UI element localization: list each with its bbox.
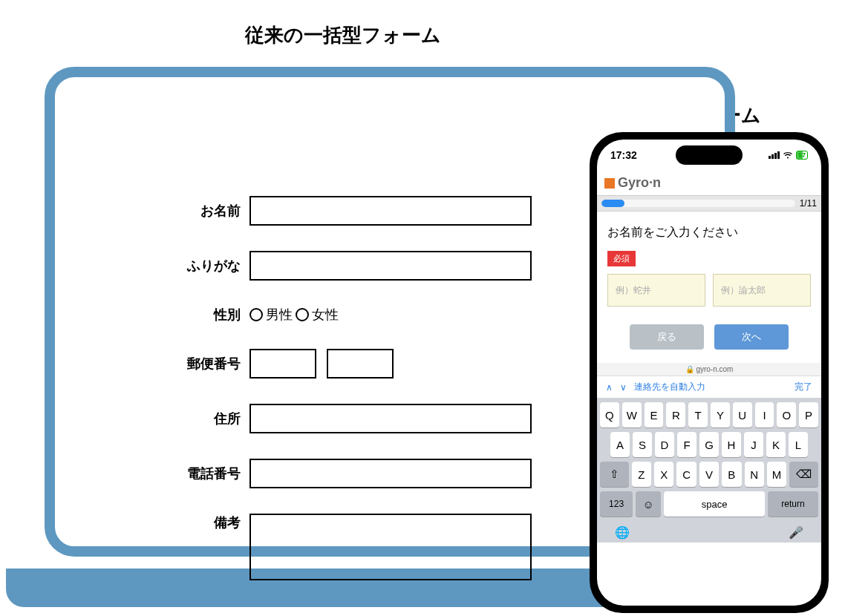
key-123[interactable]: 123 — [600, 491, 633, 517]
battery-icon: 57 — [796, 151, 808, 160]
key-c[interactable]: C — [676, 462, 696, 487]
input-postal-1[interactable] — [249, 349, 316, 379]
kb-done[interactable]: 完了 — [795, 381, 812, 393]
key-a[interactable]: A — [610, 432, 630, 457]
wifi-icon — [783, 149, 793, 161]
radio-female[interactable] — [296, 308, 309, 321]
label-furigana: ふりがな — [159, 257, 241, 275]
key-d[interactable]: D — [655, 432, 674, 457]
label-remarks: 備考 — [159, 514, 241, 531]
key-x[interactable]: X — [654, 462, 673, 487]
kb-up-icon[interactable]: ∧ — [606, 382, 613, 393]
input-firstname[interactable]: 例）論太郎 — [713, 274, 811, 307]
url-bar: 🔒 gyro-n.com — [597, 363, 821, 376]
key-u[interactable]: U — [733, 402, 752, 427]
key-o[interactable]: O — [777, 402, 796, 427]
key-k[interactable]: K — [766, 432, 786, 457]
key-q[interactable]: Q — [600, 402, 619, 427]
key-v[interactable]: V — [699, 462, 719, 487]
kb-down-icon[interactable]: ∨ — [620, 382, 627, 393]
signal-icon — [769, 151, 780, 159]
label-male: 男性 — [266, 306, 293, 324]
key-g[interactable]: G — [699, 432, 719, 457]
key-t[interactable]: T — [688, 402, 708, 427]
key-p[interactable]: P — [799, 402, 818, 427]
key-n[interactable]: N — [745, 462, 764, 487]
input-address[interactable] — [249, 404, 532, 433]
label-gender: 性別 — [159, 306, 241, 324]
key-w[interactable]: W — [622, 402, 642, 427]
key-r[interactable]: R — [666, 402, 685, 427]
clock: 17:32 — [610, 149, 637, 161]
input-lastname[interactable]: 例）蛇井 — [607, 274, 705, 307]
dynamic-island — [676, 145, 743, 165]
mic-icon[interactable]: 🎤 — [789, 525, 803, 540]
key-z[interactable]: Z — [632, 462, 651, 487]
conventional-form-title: 従来の一括型フォーム — [245, 22, 441, 48]
phone-screen: 17:32 57 Gyro·n 1/11 お名前をご入力ください 必須 例）蛇井… — [597, 140, 821, 606]
key-j[interactable]: J — [744, 432, 763, 457]
label-address: 住所 — [159, 410, 241, 427]
label-postal: 郵便番号 — [159, 355, 241, 373]
return-key[interactable]: return — [768, 491, 818, 517]
radio-male[interactable] — [249, 308, 263, 321]
key-m[interactable]: M — [767, 462, 786, 487]
shift-key[interactable]: ⇧ — [600, 462, 629, 487]
next-button[interactable]: 次へ — [714, 324, 789, 350]
label-phone: 電話番号 — [159, 465, 241, 482]
input-phone[interactable] — [249, 459, 532, 488]
keyboard-accessory: ∧ ∨ 連絡先を自動入力 完了 — [597, 376, 821, 398]
key-e[interactable]: E — [645, 402, 664, 427]
key-i[interactable]: I — [755, 402, 774, 427]
key-y[interactable]: Y — [711, 402, 730, 427]
key-s[interactable]: S — [633, 432, 652, 457]
keyboard: QWERTYUIOP ASDFGHJKL ⇧ ZXCVBNM ⌫ 123 ☺ s… — [597, 398, 821, 543]
app-header: Gyro·n — [597, 171, 821, 195]
step-prompt: お名前をご入力ください — [607, 225, 811, 240]
kb-autofill[interactable]: 連絡先を自動入力 — [634, 381, 705, 393]
label-female: 女性 — [312, 306, 339, 324]
key-l[interactable]: L — [789, 432, 808, 457]
key-h[interactable]: H — [722, 432, 741, 457]
emoji-key[interactable]: ☺ — [636, 491, 661, 517]
input-remarks[interactable] — [249, 514, 532, 580]
brand-name: Gyro·n — [618, 175, 661, 191]
input-furigana[interactable] — [249, 251, 532, 281]
globe-icon[interactable]: 🌐 — [615, 525, 630, 540]
conventional-form: お名前 ふりがな 性別 男性 女性 郵便番号 住所 — [159, 196, 560, 606]
required-badge: 必須 — [607, 251, 636, 266]
input-postal-2[interactable] — [327, 349, 394, 379]
input-name[interactable] — [249, 196, 532, 226]
back-button[interactable]: 戻る — [630, 324, 704, 350]
phone-frame: 17:32 57 Gyro·n 1/11 お名前をご入力ください 必須 例）蛇井… — [590, 132, 829, 613]
label-name: お名前 — [159, 202, 241, 220]
space-key[interactable]: space — [664, 491, 765, 517]
logo-icon — [604, 178, 615, 189]
key-b[interactable]: B — [722, 462, 741, 487]
progress-bar: 1/11 — [597, 195, 821, 212]
backspace-key[interactable]: ⌫ — [789, 462, 818, 487]
progress-text: 1/11 — [800, 198, 821, 209]
key-f[interactable]: F — [677, 432, 696, 457]
